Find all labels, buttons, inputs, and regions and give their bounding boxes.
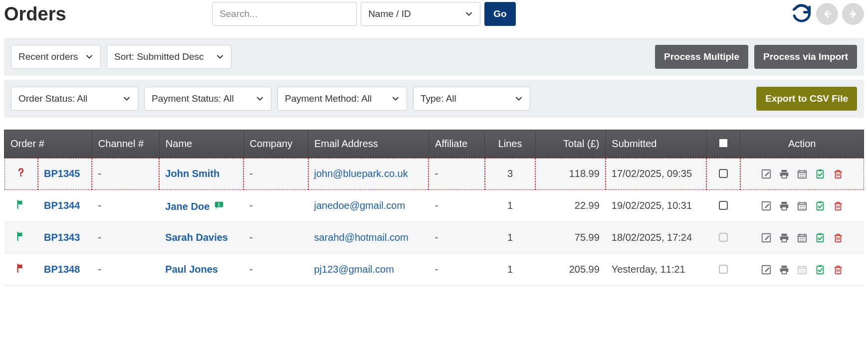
clipboard-check-icon[interactable] (815, 169, 826, 179)
print-icon[interactable] (779, 200, 790, 211)
type-label: Type: All (421, 93, 456, 104)
payment-status-select[interactable]: Payment Status: All (144, 87, 271, 111)
order-link[interactable]: BP1348 (44, 264, 80, 275)
next-page-button[interactable] (842, 3, 864, 25)
submitted: Yesterday, 11:21 (606, 254, 707, 286)
col-lines[interactable]: Lines (485, 130, 535, 158)
row-checkbox (719, 233, 728, 242)
toolbar-2: Order Status: All Payment Status: All Pa… (4, 80, 864, 118)
trash-icon[interactable] (833, 200, 844, 211)
prev-page-button[interactable] (816, 3, 838, 25)
total: 75.99 (535, 222, 606, 254)
process-via-import-button[interactable]: Process via Import (754, 45, 857, 69)
type-select[interactable]: Type: All (413, 87, 530, 111)
order-link[interactable]: BP1345 (44, 168, 80, 179)
print-icon[interactable] (779, 232, 790, 243)
col-action: Action (740, 130, 864, 158)
customer-link[interactable]: Sarah Davies (165, 232, 228, 243)
process-multiple-button[interactable]: Process Multiple (655, 45, 748, 69)
email-link[interactable]: janedoe@gmail.com (314, 200, 406, 211)
lines: 3 (485, 158, 535, 190)
total: 22.99 (535, 190, 606, 222)
order-link[interactable]: BP1344 (44, 200, 80, 211)
flag-icon[interactable] (15, 263, 26, 274)
clipboard-check-icon[interactable] (815, 232, 826, 243)
edit-icon[interactable] (761, 200, 772, 211)
col-total[interactable]: Total (£) (535, 130, 606, 158)
trash-icon[interactable] (833, 169, 844, 179)
email-link[interactable]: pj123@gmail.com (314, 264, 394, 275)
flag-icon[interactable] (15, 231, 26, 242)
chevron-down-icon (255, 94, 265, 104)
company: - (243, 190, 308, 222)
table-body: BP1345-John Smith-john@bluepark.co.uk-31… (4, 158, 864, 286)
print-icon[interactable] (779, 264, 790, 275)
chevron-down-icon (464, 9, 474, 19)
order-link[interactable]: BP1343 (44, 232, 80, 243)
col-channel-no[interactable]: Channel # (92, 130, 159, 158)
company: - (243, 254, 308, 286)
export-csv-button[interactable]: Export to CSV File (756, 87, 857, 111)
affiliate: - (429, 158, 485, 190)
arrow-left-icon (821, 8, 833, 20)
calendar-icon[interactable] (797, 200, 808, 211)
search-cluster: Name / ID Go (212, 2, 515, 26)
select-all-checkbox[interactable] (719, 139, 727, 147)
toolbar-1: Recent orders Sort: Submitted Desc Proce… (4, 38, 864, 76)
total: 118.99 (535, 158, 606, 190)
calendar-icon (797, 264, 808, 275)
channel: - (92, 222, 159, 254)
edit-icon[interactable] (761, 232, 772, 243)
col-select-all[interactable] (706, 130, 740, 158)
refresh-icon[interactable] (791, 3, 812, 24)
row-checkbox[interactable] (719, 201, 728, 210)
page-title: Orders (4, 3, 66, 25)
submitted: 19/02/2025, 10:31 (606, 190, 707, 222)
print-icon[interactable] (779, 169, 790, 179)
customer-link[interactable]: Jane Doe (165, 201, 210, 212)
search-input[interactable] (212, 2, 357, 26)
customer-link[interactable]: Paul Jones (165, 264, 218, 275)
calendar-icon[interactable] (797, 232, 808, 243)
table-row: BP1348-Paul Jones-pj123@gmail.com-1205.9… (4, 254, 864, 286)
chevron-down-icon (391, 94, 401, 104)
affiliate: - (429, 254, 485, 286)
payment-method-select[interactable]: Payment Method: All (277, 87, 407, 111)
col-company[interactable]: Company (243, 130, 308, 158)
email-link[interactable]: john@bluepark.co.uk (314, 168, 408, 179)
question-icon[interactable] (15, 167, 26, 178)
lines: 1 (485, 222, 535, 254)
chevron-down-icon (84, 52, 94, 62)
go-button[interactable]: Go (484, 2, 515, 26)
col-name[interactable]: Name (159, 130, 243, 158)
action-cell (746, 264, 858, 275)
search-field-select[interactable]: Name / ID (361, 2, 480, 26)
clipboard-check-icon[interactable] (815, 200, 826, 211)
arrow-right-icon (847, 8, 859, 20)
col-email[interactable]: Email Address (308, 130, 429, 158)
chevron-down-icon (514, 94, 524, 104)
col-submitted[interactable]: Submitted (606, 130, 707, 158)
speech-note-icon[interactable] (214, 200, 224, 211)
col-affiliate[interactable]: Affiliate (429, 130, 485, 158)
total: 205.99 (535, 254, 606, 286)
trash-icon[interactable] (833, 264, 844, 275)
payment-method-label: Payment Method: All (285, 93, 372, 104)
lines: 1 (485, 190, 535, 222)
order-status-select[interactable]: Order Status: All (11, 87, 138, 111)
row-checkbox[interactable] (719, 169, 728, 178)
recent-orders-label: Recent orders (18, 51, 78, 62)
edit-icon[interactable] (761, 169, 772, 179)
clipboard-check-icon[interactable] (815, 264, 826, 275)
submitted: 18/02/2025, 17:24 (606, 222, 707, 254)
recent-orders-select[interactable]: Recent orders (11, 45, 101, 69)
trash-icon[interactable] (833, 232, 844, 243)
sort-select[interactable]: Sort: Submitted Desc (107, 45, 231, 69)
customer-link[interactable]: John Smith (165, 168, 219, 179)
email-link[interactable]: sarahd@hotmail.com (314, 232, 409, 243)
col-order-no[interactable]: Order # (4, 130, 92, 158)
calendar-icon[interactable] (797, 169, 808, 179)
flag-icon[interactable] (15, 199, 26, 210)
edit-icon[interactable] (761, 264, 772, 275)
action-cell (746, 169, 858, 179)
